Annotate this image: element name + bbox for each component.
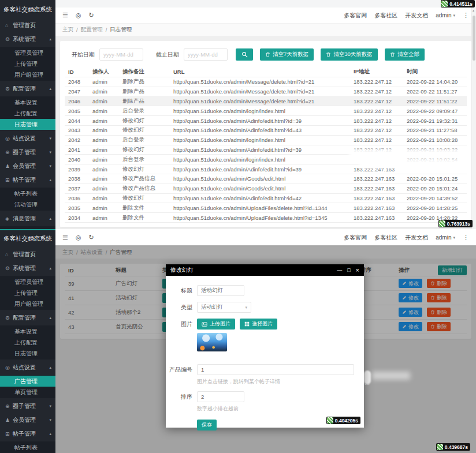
cell-operator: admin [92, 195, 122, 201]
sidebar-item-上传配置[interactable]: 上传配置 [0, 337, 55, 348]
sidebar-item-广告管理[interactable]: 广告管理 [0, 376, 55, 387]
sidebar-item-用户组管理[interactable]: 用户组管理 [0, 298, 55, 309]
link-community[interactable]: 多客社区 [374, 234, 397, 242]
user-menu[interactable]: admin▾ [436, 12, 455, 18]
globe-icon[interactable]: ◎ [76, 12, 81, 18]
cell-id: 2035 [65, 205, 92, 211]
user-icon: ♟ [5, 417, 13, 423]
scrollbar-thumb[interactable] [473, 16, 475, 61]
log-card: 开始日期 截止日期 清空7天前数据 清空30天前数据 清空全部 ID操作人操作备… [60, 41, 471, 227]
chevron-up-icon: ▴ [49, 266, 51, 271]
sidebar-item-日志管理[interactable]: 日志管理 [0, 119, 55, 130]
sidebar-item-管理首页[interactable]: ⌂管理首页 [0, 19, 55, 31]
content-area: 开始日期 截止日期 清空7天前数据 清空30天前数据 清空全部 ID操作人操作备… [55, 36, 476, 229]
circle-icon: ⊕ [5, 403, 13, 409]
sidebar-item-基本设置[interactable]: 基本设置 [0, 97, 55, 108]
refresh-icon[interactable]: ↻ [88, 12, 94, 18]
cell-id: 2040 [65, 156, 92, 163]
title-input[interactable] [197, 285, 244, 296]
sidebar-item-管理首页[interactable]: ⌂管理首页 [0, 248, 55, 260]
user-menu[interactable]: admin▾ [436, 234, 455, 241]
sidebar-item-系统管理[interactable]: ⚙系统管理▴ [0, 33, 55, 45]
start-date-input[interactable] [99, 48, 143, 61]
sidebar-submenu: 帖子列表活动管理 [0, 188, 55, 211]
sidebar-item-管理员管理[interactable]: 管理员管理 [0, 276, 55, 287]
sidebar-item-站点设置[interactable]: ◎站点设置▾ [0, 132, 55, 144]
sidebar-item-站点设置[interactable]: ◎站点设置▴ [0, 361, 55, 373]
end-date-input[interactable] [184, 48, 228, 61]
product-no-input[interactable] [197, 364, 354, 375]
sidebar-item-日志管理[interactable]: 日志管理 [0, 348, 55, 359]
sidebar-item-用户组管理[interactable]: 用户组管理 [0, 69, 55, 80]
sidebar-item-label: 配置管理 [13, 314, 49, 322]
sidebar-item-配置管理[interactable]: ⚙配置管理▴ [0, 83, 55, 95]
choose-image-button[interactable]: 选择图片 [240, 319, 277, 330]
globe-icon[interactable]: ◎ [76, 234, 81, 241]
sidebar-menu: ⌂管理首页⚙系统管理▴管理员管理上传管理用户组管理⚙配置管理▴基本设置上传配置日… [0, 248, 55, 453]
ad-management-screenshot: 多客社交婚恋系统 ⌂管理首页⚙系统管理▴管理员管理上传管理用户组管理⚙配置管理▴… [0, 229, 476, 453]
sidebar-item-会员管理[interactable]: ♟会员管理▾ [0, 160, 55, 172]
column-header: URL [173, 69, 354, 75]
breadcrumb-item[interactable]: 主页 [62, 26, 73, 33]
slide-image-thumbnail[interactable] [197, 333, 227, 351]
sidebar-item-帖子列表[interactable]: 帖子列表 [0, 442, 55, 453]
cell-id: 2042 [65, 137, 92, 143]
minimize-icon[interactable]: — [337, 268, 342, 273]
save-button[interactable]: 保存 [197, 420, 217, 430]
link-dev-docs[interactable]: 开发文档 [405, 12, 428, 20]
more-vert-icon[interactable]: ⋮ [463, 12, 469, 18]
sidebar-item-活动管理[interactable]: 活动管理 [0, 199, 55, 210]
link-official-site[interactable]: 多客官网 [344, 12, 367, 20]
more-vert-icon[interactable]: ⋮ [463, 234, 469, 241]
close-icon[interactable]: × [356, 267, 359, 274]
sidebar-item-label: 帖子管理 [13, 176, 49, 184]
privacy-blur [372, 372, 410, 380]
cell-note: 删除产品 [122, 78, 173, 85]
sidebar-item-单页管理[interactable]: 单页管理 [0, 387, 55, 398]
scroll-up-icon[interactable]: ▴ [473, 8, 474, 12]
sidebar-item-配置管理[interactable]: ⚙配置管理▴ [0, 312, 55, 324]
sort-input[interactable] [197, 391, 244, 402]
sidebar-item-管理员管理[interactable]: 管理员管理 [0, 47, 55, 58]
cell-time: 2022-09-20 14:39:52 [407, 195, 467, 201]
scrollbar[interactable]: ▴ [471, 8, 476, 229]
sidebar-item-上传管理[interactable]: 上传管理 [0, 58, 55, 69]
sidebar-item-帖子管理[interactable]: ⊞帖子管理▴ [0, 174, 55, 186]
app-title: 多客社交婚恋系统 [0, 229, 55, 246]
breadcrumb-item[interactable]: 配置管理 [81, 26, 103, 33]
cell-operator: admin [92, 118, 122, 124]
upload-image-button[interactable]: 上传图片 [197, 319, 235, 330]
clear-all-button[interactable]: 清空全部 [385, 48, 425, 61]
sidebar-item-圈子管理[interactable]: ⊕圈子管理▾ [0, 400, 55, 412]
sidebar-item-基本设置[interactable]: 基本设置 [0, 326, 55, 337]
sidebar-item-圈子管理[interactable]: ⊕圈子管理▾ [0, 146, 55, 158]
sidebar-item-会员管理[interactable]: ♟会员管理▾ [0, 414, 55, 426]
link-dev-docs[interactable]: 开发文档 [405, 234, 428, 242]
sidebar-submenu: 帖子列表活动管理 [0, 441, 55, 453]
sidebar-item-帖子列表[interactable]: 帖子列表 [0, 188, 55, 199]
menu-fold-icon[interactable]: ☰ [62, 12, 68, 18]
breadcrumb-separator: / [76, 27, 78, 33]
sidebar-item-上传配置[interactable]: 上传配置 [0, 108, 55, 119]
link-official-site[interactable]: 多客官网 [344, 234, 367, 242]
cell-ip: 183.222.247.163 [354, 215, 407, 221]
clear-30days-button[interactable]: 清空30天前数据 [321, 48, 378, 61]
sidebar-item-帖子管理[interactable]: ⊞帖子管理▴ [0, 428, 55, 440]
cell-id: 2036 [65, 195, 92, 201]
cell-ip: 183.222.247.12 [354, 127, 407, 133]
table-row: 2036admin修改幻灯http://quan.51duoke.cn/admi… [65, 194, 467, 204]
sidebar-item-label: 配置管理 [13, 85, 49, 93]
chevron-down-icon: ▾ [453, 235, 455, 240]
link-community[interactable]: 多客社区 [374, 12, 397, 20]
sidebar-item-消息管理[interactable]: ◈消息管理▴ [0, 212, 55, 224]
type-select[interactable]: 活动幻灯▾ [197, 302, 251, 313]
product-no-label: 产品编号 [166, 366, 192, 374]
cell-url: http://quan.51duoke.cn/admin/Adinfo/edit… [173, 166, 354, 173]
clear-7days-button[interactable]: 清空7天前数据 [260, 48, 314, 61]
sidebar-item-系统管理[interactable]: ⚙系统管理▴ [0, 262, 55, 274]
maximize-icon[interactable]: □ [347, 268, 350, 273]
refresh-icon[interactable]: ↻ [88, 234, 94, 241]
sidebar-item-上传管理[interactable]: 上传管理 [0, 287, 55, 298]
search-button[interactable] [236, 48, 253, 61]
menu-fold-icon[interactable]: ☰ [62, 234, 68, 241]
